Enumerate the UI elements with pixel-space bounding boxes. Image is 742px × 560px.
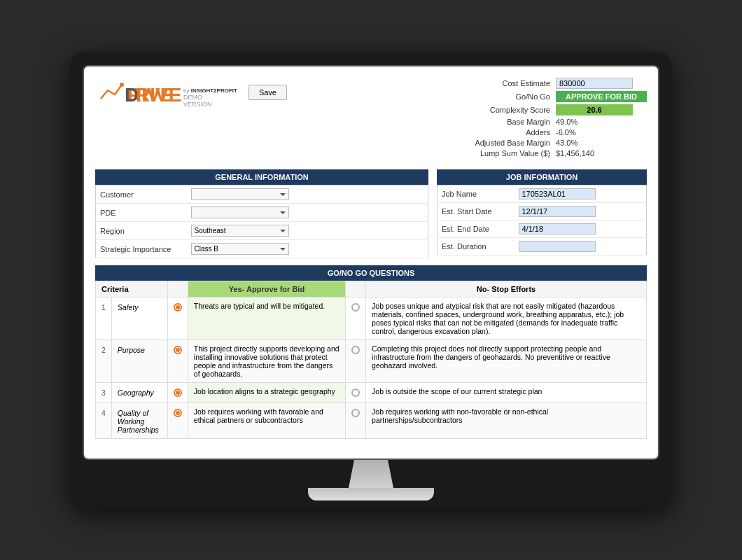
no-radio[interactable] [351,409,360,417]
field-select[interactable]: Southeast [191,225,289,237]
field-value[interactable] [187,204,428,222]
no-radio[interactable] [351,303,360,312]
no-header: No- Stop Efforts [366,281,647,298]
general-info-row: PDE [96,204,428,222]
yes-text: Job location aligns to a strategic geogr… [188,383,345,403]
gng-row: 1 Safety Threats are typical and will be… [96,298,647,340]
criteria-header: Criteria [96,281,168,298]
field-label: Customer [96,186,187,204]
no-text: Job poses unique and atypical risk that … [366,298,647,340]
yes-text: Job requires working with favorable and … [188,403,345,439]
criteria-name: Purpose [111,340,167,383]
gng-header: GO/NO GO QUESTIONS [95,265,647,281]
field-label: Strategic Importance [96,240,187,258]
criteria-name: Geography [111,383,167,403]
field-label: PDE [96,204,187,222]
field-select[interactable]: Class B [191,243,289,255]
demo-version: DEMO [183,94,237,101]
no-text: Job requires working with non-favorable … [366,403,647,439]
svg-text:RIVE: RIVE [136,84,181,106]
yes-radio[interactable] [174,388,182,397]
adders-label: Adders [458,128,556,136]
job-info-row: Est. Start Date [438,203,647,220]
no-radio-cell[interactable] [346,340,366,383]
row-num: 3 [96,383,112,403]
lump-sum-label: Lump Sum Value ($) [458,149,556,158]
field-input[interactable] [519,188,596,200]
cost-estimate-label: Cost Estimate [458,79,556,88]
complexity-label: Complexity Score [458,106,556,114]
save-button[interactable]: Save [248,85,287,100]
field-input[interactable] [519,223,596,234]
yes-radio-cell[interactable] [167,298,188,340]
job-info-row: Job Name [438,186,647,203]
field-value[interactable]: Class B [187,240,428,258]
gng-row: 2 Purpose This project directly supports… [96,340,647,383]
no-radio-header [346,281,366,298]
general-info-row: Customer [96,186,428,204]
field-label: Job Name [438,186,514,203]
yes-radio-header [167,281,188,298]
base-margin-value: 49.0% [556,118,647,126]
yes-radio[interactable] [174,409,182,417]
criteria-name: Quality of Working Partnerships [111,403,167,439]
field-label: Est. End Date [438,220,514,238]
monitor-stand-neck [343,460,399,488]
field-value[interactable]: Southeast [187,222,428,240]
field-label: Est. Duration [438,238,514,255]
adj-base-margin-label: Adjusted Base Margin [458,139,556,147]
no-radio-cell[interactable] [346,298,366,340]
yes-text: This project directly supports developin… [188,340,345,383]
general-info-row: Region Southeast [96,222,428,240]
no-radio-cell[interactable] [346,403,366,439]
complexity-bar: 20.6 [556,104,647,115]
no-text: Completing this project does not directl… [366,340,647,383]
field-value[interactable] [514,220,647,238]
yes-radio[interactable] [174,303,182,312]
svg-point-0 [120,83,124,87]
go-no-go-label: Go/No Go [458,92,556,101]
field-select[interactable] [191,188,289,200]
logo-by-text: by INSIGHT2PROFIT [183,88,237,94]
field-label: Region [96,222,187,240]
row-num: 2 [96,340,112,383]
yes-header: Yes- Approve for Bid [188,281,345,298]
job-info-row: Est. Duration [438,238,647,255]
yes-radio-cell[interactable] [167,340,188,383]
no-text: Job is outside the scope of our current … [366,383,647,403]
yes-radio-cell[interactable] [167,383,188,403]
yes-radio-cell[interactable] [167,403,188,439]
summary-panel: Cost Estimate Go/No Go APPROVE FOR BID C… [458,78,647,160]
adj-base-margin-value: 43.0% [556,139,647,147]
field-label: Est. Start Date [438,203,514,220]
field-value[interactable] [514,238,647,255]
field-select[interactable] [191,206,289,218]
general-info-row: Strategic Importance Class B [96,240,428,258]
lump-sum-value: $1,456,140 [556,149,647,158]
no-radio[interactable] [351,388,360,397]
base-margin-label: Base Margin [458,118,556,126]
row-num: 4 [96,403,112,439]
field-value[interactable] [187,186,428,204]
yes-radio[interactable] [174,346,182,354]
yes-text: Threats are typical and will be mitigate… [188,298,345,340]
field-input[interactable] [519,206,596,217]
drive-logo: RIVE D D RIVE [95,78,193,115]
adders-value: -6.0% [556,128,647,136]
job-info-row: Est. End Date [438,220,647,238]
job-info-header: JOB INFORMATION [437,169,647,185]
cost-estimate-value[interactable] [556,78,647,89]
criteria-name: Safety [111,298,167,340]
no-radio[interactable] [351,346,360,354]
gng-row: 4 Quality of Working Partnerships Job re… [96,403,647,439]
field-input[interactable] [519,241,596,252]
monitor-stand-base [308,488,434,500]
go-no-go-badge: APPROVE FOR BID [556,91,647,102]
cost-estimate-input[interactable] [556,78,633,89]
general-info-header: GENERAL INFORMATION [95,169,428,185]
field-value[interactable] [514,203,647,220]
gng-row: 3 Geography Job location aligns to a str… [96,383,647,403]
field-value[interactable] [514,186,647,203]
row-num: 1 [96,298,112,340]
no-radio-cell[interactable] [346,383,366,403]
